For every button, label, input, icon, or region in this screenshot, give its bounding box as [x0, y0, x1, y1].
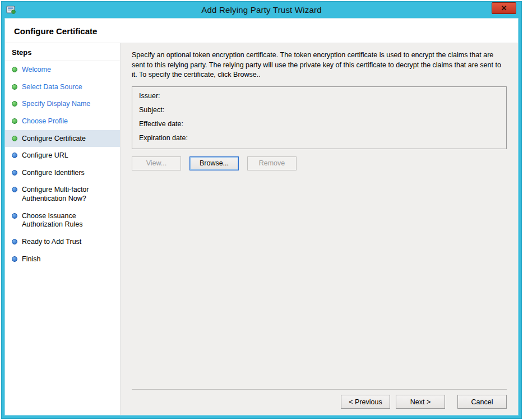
certificate-details-box: Issuer:Subject:Effective date:Expiration… [132, 86, 507, 149]
next-button[interactable]: Next > [396, 395, 445, 409]
previous-button[interactable]: < Previous [341, 395, 390, 409]
sidebar-step-specify-display-name[interactable]: Specify Display Name [5, 95, 120, 113]
sidebar-step-configure-identifiers: Configure Identifiers [5, 164, 120, 182]
sidebar-step-finish: Finish [5, 251, 120, 268]
step-label: Configure URL [22, 151, 68, 160]
sidebar-step-choose-profile[interactable]: Choose Profile [5, 113, 120, 130]
browse-button[interactable]: Browse... [189, 156, 239, 170]
description-text: Specify an optional token encryption cer… [132, 50, 502, 80]
pending-step-dot-icon [12, 170, 17, 176]
pending-step-dot-icon [12, 153, 17, 158]
completed-step-dot-icon [12, 136, 17, 141]
sidebar-step-configure-certificate: Configure Certificate [5, 130, 120, 147]
main-content: Specify an optional token encryption cer… [121, 43, 518, 415]
wizard-body: Configure Certificate Steps WelcomeSelec… [4, 18, 519, 416]
pending-step-dot-icon [12, 187, 17, 192]
completed-step-dot-icon [12, 101, 17, 107]
remove-button: Remove [247, 156, 297, 170]
completed-step-dot-icon [12, 84, 17, 90]
steps-sidebar: Steps WelcomeSelect Data SourceSpecify D… [5, 43, 121, 415]
sidebar-step-select-data-source[interactable]: Select Data Source [5, 79, 120, 96]
title-bar[interactable]: Add Relying Party Trust Wizard ✕ [4, 2, 519, 18]
step-label: Welcome [22, 66, 51, 75]
step-label: Ready to Add Trust [22, 238, 81, 247]
cancel-button[interactable]: Cancel [457, 395, 507, 409]
steps-list: WelcomeSelect Data SourceSpecify Display… [5, 61, 120, 267]
step-label: Choose Profile [22, 117, 68, 126]
pending-step-dot-icon [12, 256, 17, 262]
steps-heading: Steps [5, 43, 120, 61]
cert-field-issuer: Issuer: [139, 92, 499, 100]
sidebar-step-configure-url: Configure URL [5, 147, 120, 164]
step-label: Select Data Source [22, 83, 82, 92]
cert-field-expiration-date: Expiration date: [139, 134, 499, 142]
certificate-actions: View... Browse... Remove [132, 156, 507, 170]
sidebar-step-configure-multi-factor-authentication-now: Configure Multi-factor Authentication No… [5, 181, 120, 207]
step-label: Finish [22, 255, 40, 264]
page-header: Configure Certificate [5, 19, 518, 43]
step-label: Configure Certificate [22, 135, 86, 144]
pending-step-dot-icon [12, 239, 17, 244]
page-title: Configure Certificate [14, 26, 508, 36]
step-label: Configure Multi-factor Authentication No… [22, 186, 115, 203]
close-button[interactable]: ✕ [492, 2, 516, 14]
window-title: Add Relying Party Trust Wizard [4, 5, 519, 15]
view-button: View... [132, 156, 181, 170]
cert-field-effective-date: Effective date: [139, 120, 499, 128]
step-label: Configure Identifiers [22, 169, 85, 178]
completed-step-dot-icon [12, 67, 17, 72]
wizard-navigation: < Previous Next > Cancel [132, 389, 507, 415]
cert-field-subject: Subject: [139, 106, 499, 114]
sidebar-step-welcome[interactable]: Welcome [5, 61, 120, 79]
sidebar-step-choose-issuance-authorization-rules: Choose Issuance Authorization Rules [5, 207, 120, 233]
sidebar-step-ready-to-add-trust: Ready to Add Trust [5, 233, 120, 251]
step-label: Choose Issuance Authorization Rules [22, 212, 115, 229]
completed-step-dot-icon [12, 118, 17, 124]
step-label: Specify Display Name [22, 100, 90, 109]
wizard-window: Add Relying Party Trust Wizard ✕ Configu… [1, 1, 522, 419]
pending-step-dot-icon [12, 213, 17, 219]
